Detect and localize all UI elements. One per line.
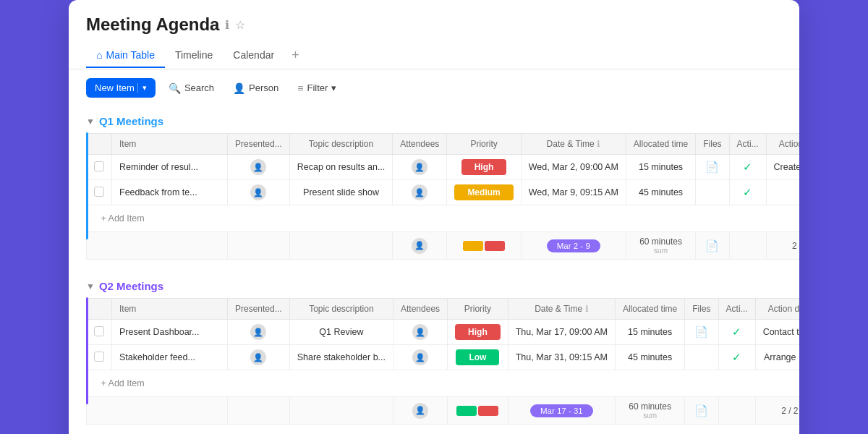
col-action: Acti... (718, 299, 755, 320)
col-presented: Presented... (228, 134, 290, 155)
q2-bar (86, 297, 88, 404)
priority-badge: Medium (454, 184, 513, 200)
col-checkbox (87, 134, 112, 155)
person-button[interactable]: 👤 Person (227, 79, 284, 98)
action-de-cell: Arrange 1:1s (755, 345, 799, 370)
person-icon: 👤 (233, 82, 245, 94)
tab-add[interactable]: + (284, 42, 307, 69)
priority-badge: High (461, 159, 507, 175)
q2-sum-label: sum (623, 412, 677, 420)
q1-sum-bar (454, 241, 513, 251)
filter-button[interactable]: ≡ Filter ▾ (292, 79, 342, 98)
q2-date-range: Mar 17 - 31 (530, 404, 593, 417)
dropdown-arrow-icon: ▾ (137, 83, 147, 93)
sum-file-icon: 📄 (705, 239, 719, 252)
row-checkbox[interactable] (94, 187, 104, 197)
tab-timeline[interactable]: Timeline (165, 43, 223, 68)
item-name: Stakeholder feed... (112, 345, 228, 370)
action-check-icon: ✓ (732, 326, 741, 338)
filter-arrow-icon: ▾ (331, 82, 336, 93)
presented-avatar: 👤 (250, 324, 266, 340)
filter-icon: ≡ (297, 82, 303, 94)
datetime-cell: Thu, Mar 31, 09:15 AM (508, 345, 615, 370)
add-item-row: + Add Item (87, 205, 800, 232)
row-checkbox[interactable] (94, 161, 104, 171)
col-item: Item (112, 299, 228, 320)
star-icon[interactable]: ☆ (235, 18, 245, 32)
q2-header: ▼ Q2 Meetings (86, 271, 782, 298)
page-title: Meeting Agenda (86, 14, 219, 35)
table-row: Reminder of resul... 👤 Recap on results … (87, 155, 800, 180)
col-priority: Priority (448, 299, 509, 320)
col-topic: Topic description (289, 134, 393, 155)
tab-main-table[interactable]: ⌂ Main Table (86, 43, 165, 68)
add-item-button[interactable]: + Add Item (94, 210, 152, 227)
bar-seg-red (485, 241, 505, 251)
group-q2: ▼ Q2 Meetings Item Presented... Topic de… (86, 271, 782, 425)
item-name: Feedback from te... (112, 180, 228, 205)
col-action-de: Action de... (766, 134, 799, 155)
datetime-cell: Thu, Mar 17, 09:00 AM (508, 320, 615, 345)
q1-allocated: 60 minutes (634, 237, 688, 247)
priority-badge: High (455, 324, 501, 340)
q2-title: Q2 Meetings (99, 280, 163, 292)
bar-seg-red (478, 406, 498, 416)
q2-table: Item Presented... Topic description Atte… (86, 298, 799, 425)
presented-avatar: 👤 (250, 159, 266, 175)
col-presented: Presented... (228, 299, 290, 320)
col-allocated: Allocated time (615, 299, 684, 320)
q1-bar (86, 132, 88, 239)
search-button[interactable]: 🔍 Search (163, 79, 220, 98)
q2-allocated: 60 minutes (623, 401, 677, 412)
q2-toggle[interactable]: ▼ (86, 281, 95, 292)
action-check-icon: ✓ (743, 186, 752, 198)
attendees-avatar: 👤 (412, 159, 427, 175)
new-item-button[interactable]: New Item ▾ (86, 78, 156, 98)
allocated-cell: 15 minutes (626, 155, 695, 180)
table-row: Present Dashboar... 👤 Q1 Review 👤 High T… (87, 320, 800, 345)
group-q1: ▼ Q1 Meetings Item Presented... Topic de… (86, 106, 782, 260)
datetime-cell: Wed, Mar 9, 09:15 AM (521, 180, 626, 205)
row-checkbox[interactable] (94, 352, 104, 362)
bar-seg-green (456, 406, 477, 416)
content: ▼ Q1 Meetings Item Presented... Topic de… (69, 106, 799, 425)
presented-avatar: 👤 (250, 184, 266, 200)
header: Meeting Agenda ℹ ☆ ⌂ Main Table Timeline… (69, 0, 799, 69)
col-topic: Topic description (289, 299, 393, 320)
action-check-icon: ✓ (732, 351, 741, 363)
add-item-row: + Add Item (87, 370, 800, 397)
topic-desc: Q1 Review (289, 320, 393, 345)
col-action: Acti... (729, 134, 766, 155)
col-attendees: Attendees (393, 134, 447, 155)
col-datetime: Date & Time ℹ (508, 299, 615, 320)
item-name: Present Dashboar... (112, 320, 228, 345)
col-item: Item (112, 134, 228, 155)
q2-sum-row: 👤 Mar 17 - 31 60 minutes sum (87, 397, 800, 425)
file-icon: 📄 (694, 326, 708, 338)
attendees-avatar: 👤 (412, 349, 428, 365)
q2-count: 2 / 2 (755, 397, 799, 425)
title-row: Meeting Agenda ℹ ☆ (86, 14, 782, 35)
item-name: Reminder of resul... (112, 155, 228, 180)
info-icon[interactable]: ℹ (225, 18, 229, 32)
datetime-info-icon2[interactable]: ℹ (585, 304, 589, 314)
action-de-cell: Create Board (766, 155, 799, 180)
datetime-info-icon[interactable]: ℹ (597, 139, 600, 149)
topic-desc: Share stakeholder b... (289, 345, 393, 370)
row-checkbox[interactable] (94, 326, 104, 336)
datetime-cell: Wed, Mar 2, 09:00 AM (521, 155, 626, 180)
toolbar: New Item ▾ 🔍 Search 👤 Person ≡ Filter ▾ (69, 69, 799, 106)
bar-seg-yellow (463, 241, 483, 251)
add-item-button[interactable]: + Add Item (94, 375, 152, 392)
tabs-row: ⌂ Main Table Timeline Calendar + (86, 42, 782, 69)
home-icon: ⌂ (96, 49, 102, 61)
q1-sum-row: 👤 Mar 2 - 9 60 minutes sum (87, 232, 800, 260)
tab-calendar[interactable]: Calendar (223, 43, 284, 68)
attendees-avatar: 👤 (412, 184, 427, 200)
sum-person-icon: 👤 (412, 238, 427, 254)
q1-toggle[interactable]: ▼ (86, 116, 95, 127)
sum-file-icon: 📄 (694, 404, 708, 417)
col-checkbox (87, 299, 112, 320)
q1-title: Q1 Meetings (99, 115, 163, 127)
file-icon: 📄 (705, 161, 719, 173)
